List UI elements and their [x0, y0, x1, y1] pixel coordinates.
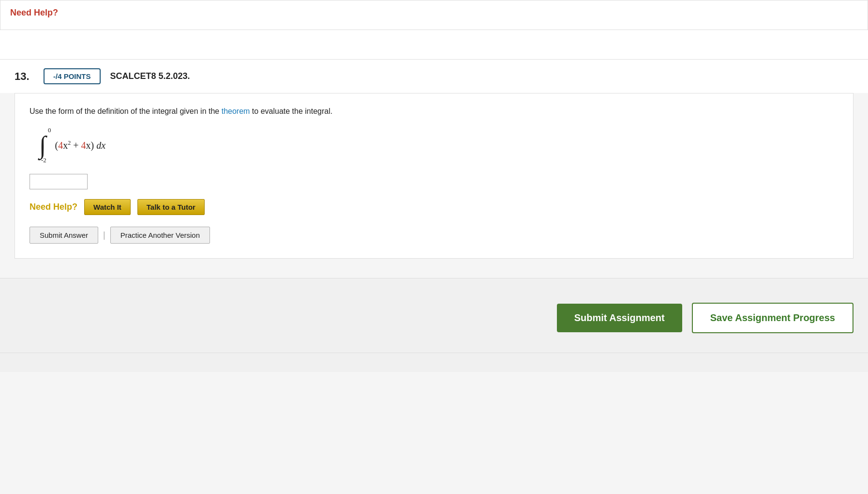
spacer	[0, 30, 868, 59]
theorem-link[interactable]: theorem	[222, 107, 250, 115]
submit-assignment-button[interactable]: Submit Assignment	[557, 304, 682, 332]
integral-coeff2: 4	[81, 140, 86, 151]
answer-input[interactable]	[30, 174, 88, 189]
top-stub-content: Need Help?	[10, 5, 858, 20]
integral-lower: -2	[41, 156, 46, 164]
need-help-section: Need Help? Watch It Talk to a Tutor	[30, 199, 838, 215]
divider: |	[103, 230, 105, 240]
practice-another-version-button[interactable]: Practice Another Version	[110, 227, 210, 244]
action-row: Submit Answer | Practice Another Version	[30, 227, 838, 244]
points-badge: -/4 POINTS	[44, 68, 101, 84]
question-number: 13.	[15, 70, 34, 83]
footer-section: Submit Assignment Save Assignment Progre…	[0, 278, 868, 353]
problem-text: Use the form of the definition of the in…	[30, 105, 838, 118]
integral-symbol: ∫	[39, 134, 46, 157]
talk-to-tutor-button[interactable]: Talk to a Tutor	[137, 199, 205, 215]
bottom-bar	[0, 353, 868, 372]
submit-answer-button[interactable]: Submit Answer	[30, 227, 98, 244]
integral-upper: 0	[48, 126, 51, 134]
problem-text-after: to evaluate the integral.	[250, 107, 332, 115]
need-help-label: Need Help?	[30, 202, 77, 212]
top-stub-section: Need Help?	[0, 0, 868, 30]
problem-text-before: Use the form of the definition of the in…	[30, 107, 222, 115]
integral-display: 0 ∫ -2 (4x2 + 4x) dx	[39, 126, 838, 165]
watch-it-button[interactable]: Watch It	[84, 199, 131, 215]
need-help-top-label: Need Help?	[10, 8, 58, 18]
integral-expression: (4x2 + 4x) dx	[55, 139, 106, 151]
problem-body: Use the form of the definition of the in…	[15, 93, 853, 259]
integral-coeff1: 4	[58, 140, 63, 151]
save-assignment-progress-button[interactable]: Save Assignment Progress	[692, 303, 853, 333]
problem-code: SCALCET8 5.2.023.	[110, 71, 190, 81]
question-header: 13. -/4 POINTS SCALCET8 5.2.023.	[0, 59, 868, 93]
integral-exp: 2	[68, 139, 71, 146]
